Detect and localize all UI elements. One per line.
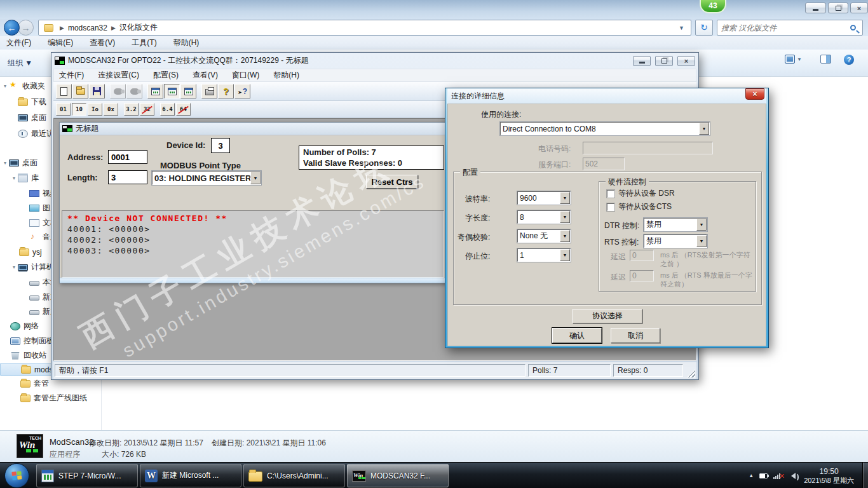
parity-label: 奇偶校验:: [458, 232, 490, 243]
document-scrollbar[interactable]: [60, 278, 446, 283]
format-decimal-button[interactable]: 10: [72, 103, 86, 116]
format-swapped64-button[interactable]: 64: [176, 103, 191, 116]
search-box[interactable]: [717, 20, 863, 36]
baud-rate-combo[interactable]: 9600▼: [517, 191, 571, 205]
taskbar-clock[interactable]: 19:50 2021\5\8 星期六: [804, 467, 854, 485]
views-button[interactable]: ▼: [785, 55, 802, 64]
back-button[interactable]: ←: [4, 20, 20, 36]
organize-button[interactable]: 组织 ▼: [8, 58, 32, 69]
cts-checkbox[interactable]: [607, 203, 614, 211]
dsr-checkbox[interactable]: [607, 190, 614, 198]
expander-icon: ▾: [1, 160, 9, 166]
address-input[interactable]: [108, 150, 147, 164]
modscan-menu-connection[interactable]: 连接设置(C): [98, 70, 139, 81]
capture-start-button[interactable]: [110, 84, 126, 98]
cts-checkbox-row[interactable]: 等待从设备CTS: [607, 201, 672, 212]
start-button[interactable]: [4, 463, 29, 488]
display-data-button[interactable]: [164, 84, 180, 98]
logo-green-square: [33, 449, 38, 452]
connection-combo[interactable]: Direct Connection to COM8 ▼: [500, 122, 710, 135]
hardware-flow-group-label: 硬件流控制: [606, 177, 649, 187]
resize-grip[interactable]: [687, 369, 695, 377]
format-double64-button[interactable]: 6.4: [160, 103, 175, 116]
modscan-title-text: MODSCAN32 For OPTO22 - 工控技术交流QQ群：2071492…: [68, 55, 628, 66]
format-binary-button[interactable]: 01: [56, 103, 71, 116]
modscan-menu-view[interactable]: 查看(V): [193, 70, 218, 81]
address-dropdown-icon[interactable]: ▼: [675, 25, 688, 31]
format-integer-button[interactable]: Io: [88, 103, 102, 116]
explorer-minimize-button[interactable]: [805, 3, 826, 13]
explorer-close-button[interactable]: ×: [850, 3, 868, 13]
format-float32-button[interactable]: 3.2: [124, 103, 139, 116]
modscan-menu-setup[interactable]: 配置(S): [153, 70, 179, 81]
dialog-titlebar[interactable]: 连接的详细信息: [447, 88, 766, 104]
menu-edit[interactable]: 编辑(E): [48, 37, 73, 48]
taskbar-button-step7[interactable]: STEP 7-Micro/W...: [36, 464, 138, 487]
dtr-control-combo[interactable]: 禁用▼: [644, 218, 707, 231]
display-traffic-button[interactable]: [180, 84, 196, 98]
rts-control-combo[interactable]: 禁用▼: [644, 234, 707, 248]
modscan-menu-window[interactable]: 窗口(W): [232, 70, 259, 81]
hardware-flow-group: 硬件流控制 等待从设备 DSR 等待从设备CTS DTR 控制: 禁用▼ RTS…: [599, 181, 756, 292]
restore-icon: [661, 58, 667, 64]
refresh-button[interactable]: ↻: [695, 20, 713, 36]
expander-icon: ▾: [1, 83, 9, 89]
length-input[interactable]: [108, 170, 147, 184]
cancel-button[interactable]: 取消: [611, 328, 660, 343]
windows-logo-icon: [11, 471, 22, 481]
reset-counters-button[interactable]: Reset Ctrs: [366, 175, 418, 189]
explorer-restore-button[interactable]: [828, 3, 848, 13]
format-swapped32-button[interactable]: 32: [140, 103, 154, 116]
print-button[interactable]: [201, 84, 217, 98]
stop-bits-combo[interactable]: 1▼: [517, 248, 571, 262]
modscan-menu-file[interactable]: 文件(F): [59, 70, 84, 81]
save-file-button[interactable]: [89, 84, 105, 98]
dialog-close-button[interactable]: ×: [745, 88, 764, 100]
document-titlebar[interactable]: 无标题: [60, 123, 446, 135]
baud-rate-label: 波特率:: [465, 194, 490, 205]
device-id-input[interactable]: [211, 138, 230, 153]
menu-file[interactable]: 文件(F): [6, 37, 31, 48]
format-hex-button[interactable]: 0x: [104, 103, 118, 116]
details-pane: Win TECH ModScan32 修改日期: 2013\5\12 星期日 1…: [0, 430, 868, 462]
modscan-titlebar[interactable]: MODSCAN32 For OPTO22 - 工控技术交流QQ群：2071492…: [53, 53, 696, 69]
menu-help[interactable]: 帮助(H): [173, 37, 200, 48]
address-bar[interactable]: ▶ modscan32 ▶ 汉化版文件 ▼: [38, 20, 691, 36]
capture-stop-button[interactable]: [126, 84, 142, 98]
modscan-menu-help[interactable]: 帮助(H): [273, 70, 299, 81]
breadcrumb-item[interactable]: modscan32: [68, 24, 107, 32]
notification-badge[interactable]: 43: [700, 0, 726, 13]
desktop-icon: [9, 159, 19, 166]
about-button[interactable]: ?: [218, 84, 234, 98]
new-file-button[interactable]: [56, 84, 72, 98]
battery-icon[interactable]: [759, 473, 768, 478]
taskbar-button-modscan[interactable]: Win MODSCAN32 F...: [347, 464, 449, 487]
show-desktop-button[interactable]: [862, 463, 868, 488]
preview-pane-button[interactable]: [820, 55, 831, 64]
modscan-restore-button[interactable]: [655, 56, 673, 66]
help-button[interactable]: ?: [844, 55, 854, 65]
context-help-button[interactable]: ?: [234, 84, 250, 98]
modscan-minimize-button[interactable]: [633, 56, 651, 66]
menu-tools[interactable]: 工具(T): [132, 37, 156, 48]
word-length-combo[interactable]: 8▼: [517, 210, 571, 224]
ok-button[interactable]: 确认: [552, 328, 602, 343]
network-icon[interactable]: ✕: [773, 472, 782, 479]
dsr-checkbox-row[interactable]: 等待从设备 DSR: [607, 188, 675, 199]
tray-expand-icon[interactable]: ▲: [749, 473, 754, 478]
volume-icon[interactable]: [788, 473, 796, 479]
taskbar-button-explorer[interactable]: C:\Users\Admini...: [243, 464, 345, 487]
rts-delay2-text: ms 后 （RTS 释放最后一个字符之前）: [660, 271, 753, 288]
taskbar-button-word[interactable]: W 新建 Microsoft ...: [140, 464, 241, 487]
menu-view[interactable]: 查看(V): [90, 37, 115, 48]
modscan-close-button[interactable]: ×: [677, 56, 695, 66]
breadcrumb-item[interactable]: 汉化版文件: [119, 22, 158, 33]
protocol-select-button[interactable]: 协议选择: [573, 309, 642, 323]
open-file-button[interactable]: [72, 84, 88, 98]
point-type-combo[interactable]: 03: HOLDING REGISTER ▼: [152, 171, 261, 185]
parity-combo[interactable]: None 无▼: [517, 229, 571, 243]
search-input[interactable]: [717, 24, 850, 32]
forward-button[interactable]: →: [18, 20, 34, 36]
sidebar-item-taoguan-drawings[interactable]: 套管生产线图纸: [0, 391, 99, 405]
display-definition-button[interactable]: [147, 84, 163, 98]
